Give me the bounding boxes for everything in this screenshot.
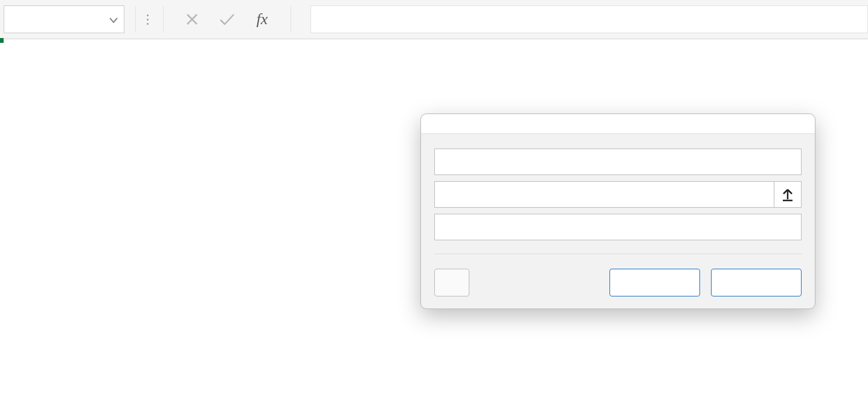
enter-icon[interactable] xyxy=(210,7,245,31)
ok-button[interactable] xyxy=(609,269,700,296)
fx-icon[interactable]: fx xyxy=(245,7,280,31)
password-input[interactable] xyxy=(434,214,802,240)
dropdown-icon xyxy=(109,11,118,27)
more-icon[interactable] xyxy=(147,14,149,25)
dialog-title xyxy=(421,114,815,133)
title-input[interactable] xyxy=(434,149,802,175)
arrow-up-icon xyxy=(782,187,794,202)
divider xyxy=(163,6,164,33)
divider xyxy=(291,6,291,33)
name-box[interactable] xyxy=(4,5,124,33)
fill-handle-icon[interactable] xyxy=(0,38,4,43)
cancel-icon[interactable] xyxy=(175,7,210,31)
formula-input[interactable] xyxy=(310,5,868,33)
selection-outline xyxy=(0,39,2,42)
refers-input[interactable] xyxy=(434,181,774,208)
cancel-button[interactable] xyxy=(711,269,802,296)
permissions-button[interactable] xyxy=(434,269,469,296)
collapse-dialog-button[interactable] xyxy=(774,181,802,208)
divider xyxy=(434,254,802,254)
divider xyxy=(135,6,136,33)
formula-bar: fx xyxy=(0,0,868,39)
new-range-dialog xyxy=(420,114,815,309)
